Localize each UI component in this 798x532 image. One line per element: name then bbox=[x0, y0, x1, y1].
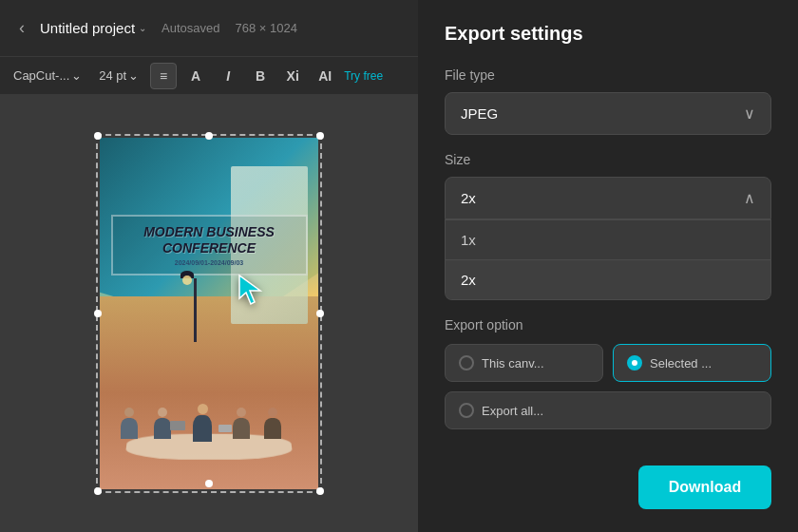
size-label: Size bbox=[445, 152, 771, 167]
this-canvas-label: This canv... bbox=[482, 356, 544, 370]
italic-icon: I bbox=[226, 68, 230, 84]
project-chevron-icon: ⌄ bbox=[139, 23, 146, 33]
export-option-label: Export option bbox=[445, 317, 771, 332]
export-options-row: This canv... Selected ... bbox=[445, 344, 771, 382]
size-value: 2x bbox=[461, 190, 476, 206]
bold-button[interactable]: B bbox=[247, 63, 274, 89]
export-all-option[interactable]: Export all... bbox=[445, 391, 771, 429]
poster-title-area: MODERN BUSINESS CONFERENCE 2024/09/01-20… bbox=[111, 215, 308, 276]
size-chevron-icon: ∧ bbox=[744, 189, 755, 207]
canvas-dimensions: 768 × 1024 bbox=[236, 21, 297, 35]
export-settings-title: Export settings bbox=[445, 23, 771, 45]
this-canvas-radio[interactable] bbox=[459, 355, 474, 370]
export-panel: Export settings File type JPEG ∨ Size 2x… bbox=[418, 0, 798, 532]
back-button[interactable]: ‹ bbox=[11, 14, 32, 42]
italic-button[interactable]: I bbox=[215, 63, 241, 89]
bold-icon: B bbox=[256, 68, 265, 84]
font-color-button[interactable]: A bbox=[182, 63, 209, 89]
file-type-label: File type bbox=[445, 67, 771, 83]
canvas-container[interactable]: MODERN BUSINESS CONFERENCE 2024/09/01-20… bbox=[100, 138, 318, 489]
size-option-2x[interactable]: 2x bbox=[446, 259, 770, 299]
poster-background: MODERN BUSINESS CONFERENCE 2024/09/01-20… bbox=[100, 138, 318, 489]
download-button[interactable]: Download bbox=[638, 466, 771, 509]
subscript-icon: Xi bbox=[287, 68, 299, 84]
try-free-link[interactable]: Try free bbox=[344, 69, 383, 83]
svg-marker-0 bbox=[239, 276, 260, 304]
font-size-selector[interactable]: 24 pt ⌄ bbox=[93, 65, 144, 86]
align-icon: ≡ bbox=[160, 68, 167, 84]
autosaved-status: Autosaved bbox=[162, 21, 219, 35]
export-all-label: Export all... bbox=[482, 404, 543, 418]
font-chevron-icon: ⌄ bbox=[71, 68, 82, 83]
subscript-button[interactable]: Xi bbox=[279, 63, 306, 89]
this-canvas-option[interactable]: This canv... bbox=[445, 344, 603, 382]
poster-date: 2024/09/01-2024/09/03 bbox=[117, 259, 302, 266]
canvas-image: MODERN BUSINESS CONFERENCE 2024/09/01-20… bbox=[100, 138, 318, 489]
size-options-list: 1x 2x bbox=[445, 219, 771, 300]
toolbar: CapCut-... ⌄ 24 pt ⌄ ≡ A I B Xi AI Try f… bbox=[0, 57, 418, 95]
ai-icon: AI bbox=[318, 68, 332, 84]
font-selector[interactable]: CapCut-... ⌄ bbox=[8, 65, 87, 86]
file-type-chevron-icon: ∨ bbox=[744, 104, 755, 123]
canvas-area: MODERN BUSINESS CONFERENCE 2024/09/01-20… bbox=[0, 95, 418, 532]
size-option-1x[interactable]: 1x bbox=[446, 219, 770, 259]
selected-option[interactable]: Selected ... bbox=[613, 344, 771, 382]
project-name-area[interactable]: Untitled project ⌄ bbox=[40, 20, 146, 36]
file-type-dropdown[interactable]: JPEG ∨ bbox=[445, 92, 771, 135]
export-all-radio[interactable] bbox=[459, 403, 474, 418]
selected-radio[interactable] bbox=[627, 355, 642, 370]
poster-title-line2: CONFERENCE bbox=[117, 240, 302, 256]
project-name: Untitled project bbox=[40, 20, 135, 36]
ai-button[interactable]: AI bbox=[312, 63, 338, 89]
file-type-value: JPEG bbox=[461, 105, 498, 122]
editor-panel: ‹ Untitled project ⌄ Autosaved 768 × 102… bbox=[0, 0, 418, 532]
size-dropdown[interactable]: 2x ∧ bbox=[445, 177, 771, 219]
cursor bbox=[236, 272, 270, 310]
align-button[interactable]: ≡ bbox=[150, 63, 177, 89]
selected-label: Selected ... bbox=[650, 356, 712, 370]
top-bar: ‹ Untitled project ⌄ Autosaved 768 × 102… bbox=[0, 0, 418, 57]
font-color-icon: A bbox=[191, 68, 200, 84]
poster-title-line1: MODERN BUSINESS bbox=[117, 224, 302, 240]
size-chevron-icon: ⌄ bbox=[128, 68, 139, 83]
